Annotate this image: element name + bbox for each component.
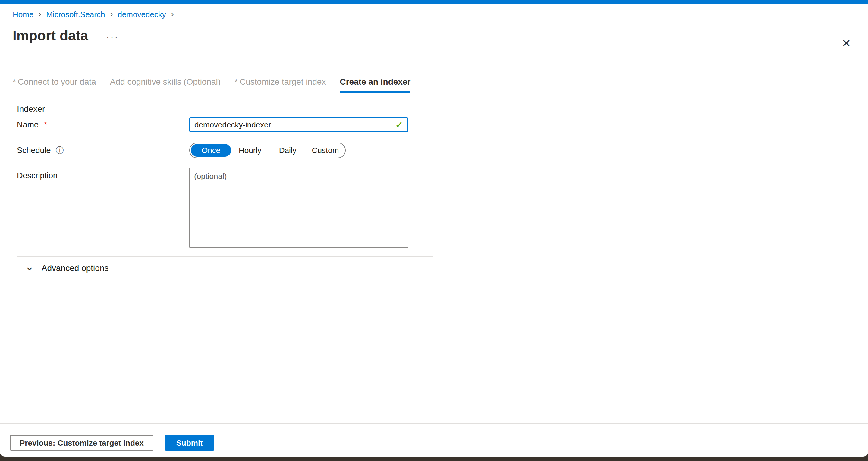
name-label-text: Name <box>17 120 38 129</box>
tab-create-an-indexer[interactable]: Create an indexer <box>340 77 410 92</box>
wizard-footer: Previous: Customize target index Submit <box>0 423 868 451</box>
tab-label: Connect to your data <box>18 77 96 87</box>
breadcrumb-microsoft-search-link[interactable]: Microsoft.Search <box>46 10 105 19</box>
indexer-section-label: Indexer <box>17 104 855 114</box>
previous-button[interactable]: Previous: Customize target index <box>10 435 153 451</box>
close-icon[interactable]: ✕ <box>840 37 853 50</box>
name-row: Name* ✓ <box>17 117 855 132</box>
schedule-label: Schedule ⓘ <box>17 145 189 156</box>
schedule-toggle-group: Once Hourly Daily Custom <box>189 143 346 158</box>
divider <box>17 280 433 280</box>
page-title: Import data <box>13 28 88 43</box>
name-input-wrap: ✓ <box>189 117 408 132</box>
import-data-panel: Home › Microsoft.Search › demovedecky › … <box>0 0 868 457</box>
footer-divider <box>0 423 868 424</box>
schedule-label-text: Schedule <box>17 146 51 155</box>
required-asterisk: * <box>44 120 47 129</box>
tab-label: Customize target index <box>240 77 326 87</box>
breadcrumb: Home › Microsoft.Search › demovedecky › <box>13 9 855 20</box>
schedule-option-custom[interactable]: Custom <box>307 146 344 155</box>
breadcrumb-separator-icon: › <box>171 9 174 20</box>
schedule-option-daily[interactable]: Daily <box>269 146 307 155</box>
title-row: Import data ··· <box>13 28 855 43</box>
tab-label: Create an indexer <box>340 77 410 87</box>
indexer-form: Indexer Name* ✓ Schedule ⓘ Once Hourly <box>17 104 855 248</box>
description-label: Description <box>17 171 189 181</box>
more-options-icon[interactable]: ··· <box>106 31 119 40</box>
wizard-tabs: *Connect to your data Add cognitive skil… <box>13 77 855 92</box>
schedule-option-once[interactable]: Once <box>191 144 231 157</box>
tab-label: Add cognitive skills (Optional) <box>110 77 221 87</box>
advanced-options-toggle[interactable]: ⌄ Advanced options <box>17 257 433 280</box>
description-textarea[interactable] <box>189 167 408 248</box>
portal-accent-bar <box>0 0 868 4</box>
name-input[interactable] <box>189 117 408 132</box>
tab-connect-to-your-data[interactable]: *Connect to your data <box>13 77 96 92</box>
schedule-row: Schedule ⓘ Once Hourly Daily Custom <box>17 143 855 158</box>
breadcrumb-separator-icon: › <box>38 9 41 20</box>
breadcrumb-demovedecky-link[interactable]: demovedecky <box>118 10 166 19</box>
description-label-text: Description <box>17 171 58 181</box>
chevron-down-icon: ⌄ <box>25 263 34 273</box>
footer-buttons: Previous: Customize target index Submit <box>10 435 868 451</box>
breadcrumb-home-link[interactable]: Home <box>13 10 33 19</box>
tab-customize-target-index[interactable]: *Customize target index <box>235 77 326 92</box>
advanced-options-label: Advanced options <box>41 263 109 273</box>
tab-add-cognitive-skills[interactable]: Add cognitive skills (Optional) <box>110 77 221 92</box>
description-row: Description <box>17 167 855 248</box>
info-icon[interactable]: ⓘ <box>56 145 64 156</box>
tab-required-marker: * <box>13 77 16 87</box>
panel-content: Home › Microsoft.Search › demovedecky › … <box>0 9 868 280</box>
submit-button[interactable]: Submit <box>165 435 214 451</box>
tab-required-marker: * <box>235 77 238 87</box>
schedule-option-hourly[interactable]: Hourly <box>231 146 269 155</box>
breadcrumb-separator-icon: › <box>110 9 113 20</box>
name-label: Name* <box>17 120 189 129</box>
